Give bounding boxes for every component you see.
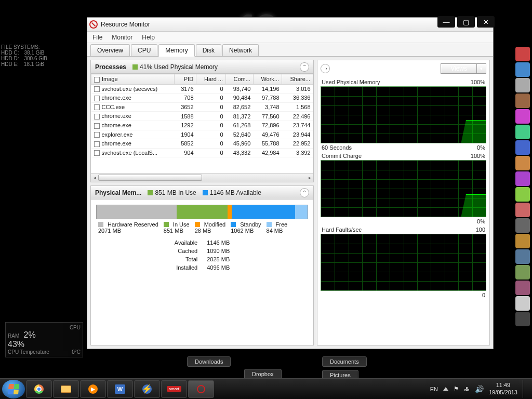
desktop-side-tiles <box>515 47 531 326</box>
side-tile[interactable] <box>515 62 530 77</box>
table-row[interactable]: svchost.exe (LocalS...904043,33242,9843,… <box>91 148 313 157</box>
processes-hscrollbar[interactable]: ◂▸ <box>91 173 313 182</box>
side-tile[interactable] <box>515 281 530 295</box>
menu-help[interactable]: Help <box>142 34 155 41</box>
memory-legend: Hardware Reserved2071 MBIn Use851 MBModi… <box>91 221 313 234</box>
graph-2: Hard Faults/sec1000 <box>321 225 486 299</box>
taskbar-explorer[interactable] <box>53 380 79 398</box>
tab-disk[interactable]: Disk <box>196 44 221 56</box>
side-tile[interactable] <box>515 140 530 155</box>
table-row[interactable]: chrome.exe708090,48497,78836,336 <box>91 94 313 103</box>
table-row[interactable]: chrome.exe1588081,37277,56022,496 <box>91 112 313 121</box>
table-row[interactable]: svchost.exe (secsvcs)3176093,74014,1963,… <box>91 84 313 94</box>
tab-overview[interactable]: Overview <box>90 44 130 56</box>
close-button[interactable]: ✕ <box>477 16 495 28</box>
tray-volume-icon[interactable]: 🔊 <box>475 385 484 393</box>
physmem-inuse: 851 MB In Use <box>155 189 196 196</box>
taskbar-app-smart[interactable]: smart <box>161 380 187 398</box>
side-tile[interactable] <box>515 249 530 264</box>
table-row[interactable]: chrome.exe1292061,26872,89623,744 <box>91 121 313 130</box>
col-header[interactable]: Hard ... <box>196 74 226 85</box>
side-tile[interactable] <box>515 296 530 311</box>
side-tile[interactable] <box>515 187 530 202</box>
side-tile[interactable] <box>515 203 530 217</box>
graph-1: Commit Charge100%0% <box>321 152 486 225</box>
window-title: Resource Monitor <box>101 21 150 28</box>
legend-item: In Use851 MB <box>164 221 190 234</box>
taskbar-app-bolt[interactable]: ⚡ <box>134 380 160 398</box>
side-tile[interactable] <box>515 234 530 248</box>
start-button[interactable] <box>2 380 25 398</box>
inuse-icon <box>148 190 153 195</box>
processes-title: Processes <box>95 63 126 71</box>
side-tile[interactable] <box>515 125 530 139</box>
tabbar: OverviewCPUMemoryDiskNetwork <box>87 43 493 57</box>
menu-file[interactable]: File <box>92 34 102 41</box>
table-row[interactable]: chrome.exe5852045,96055,78822,952 <box>91 139 313 149</box>
mem-used-icon <box>132 64 138 70</box>
show-desktop-button[interactable] <box>523 380 527 398</box>
resource-monitor-window: — ▢ ✕ Resource Monitor FileMonitorHelp O… <box>87 17 494 349</box>
tab-memory[interactable]: Memory <box>158 44 194 57</box>
col-header[interactable]: Com... <box>226 74 254 85</box>
processes-summary: 41% Used Physical Memory <box>140 63 218 71</box>
dock-documents[interactable]: Documents <box>322 356 367 367</box>
desktop-cpu-widget: CPU RAM 2% 43% CPU Temperature 0°C <box>5 322 83 357</box>
memory-stats: Available1146 MBCached1090 MBTotal2025 M… <box>91 234 313 278</box>
table-row[interactable]: explorer.exe1904052,64049,47623,944 <box>91 130 313 139</box>
col-header[interactable]: Work... <box>253 74 282 85</box>
menu-monitor[interactable]: Monitor <box>112 34 132 41</box>
tray-network-icon[interactable]: 🖧 <box>464 386 470 392</box>
desktop-filesystem-widget: FILE SYSTEMS: HDD C:38.1 GiBHDD D:300.6 … <box>1 44 47 67</box>
views-button[interactable]: Views <box>441 63 477 74</box>
side-tile[interactable] <box>515 156 530 170</box>
minimize-button[interactable]: — <box>437 16 455 28</box>
side-tile[interactable] <box>515 218 530 233</box>
dock-downloads[interactable]: Downloads <box>187 356 231 367</box>
side-tile[interactable] <box>515 78 530 92</box>
legend-item: Standby1062 MB <box>231 221 261 234</box>
dock-dropbox[interactable]: Dropbox <box>244 369 282 379</box>
maximize-button[interactable]: ▢ <box>457 16 475 28</box>
tray-language[interactable]: EN <box>430 386 438 392</box>
tray-flag-icon[interactable]: ⚑ <box>454 385 459 392</box>
taskbar-mediaplayer[interactable]: ▸ <box>80 380 106 398</box>
physmem-collapse-button[interactable]: ⌃ <box>300 188 309 197</box>
memory-usage-bar <box>96 205 308 219</box>
legend-item: Free84 MB <box>267 221 288 234</box>
processes-collapse-button[interactable]: ⌃ <box>300 62 309 72</box>
col-header[interactable]: Share... <box>282 74 313 85</box>
taskbar-word[interactable]: W <box>107 380 133 398</box>
views-dropdown-button[interactable]: ▾ <box>477 63 486 74</box>
graph-0: Used Physical Memory100%60 Seconds0% <box>321 78 486 152</box>
side-tile[interactable] <box>515 265 530 280</box>
resource-monitor-icon <box>89 20 98 29</box>
titlebar[interactable]: Resource Monitor <box>87 18 493 32</box>
taskbar-chrome[interactable] <box>26 380 52 398</box>
tab-network[interactable]: Network <box>222 44 259 56</box>
processes-table[interactable]: ImagePIDHard ...Com...Work...Share...svc… <box>91 74 313 173</box>
processes-panel: Processes 41% Used Physical Memory ⌃ Ima… <box>90 60 314 182</box>
side-tile[interactable] <box>515 109 530 124</box>
tab-cpu[interactable]: CPU <box>131 44 157 56</box>
menubar: FileMonitorHelp <box>87 32 493 43</box>
col-header[interactable]: Image <box>91 74 175 85</box>
tray-show-hidden-icon[interactable] <box>443 387 448 391</box>
side-tile[interactable] <box>515 94 530 108</box>
taskbar-resource-monitor[interactable] <box>188 380 214 398</box>
physical-memory-panel: Physical Mem... 851 MB In Use 1146 MB Av… <box>90 185 314 345</box>
physmem-avail: 1146 MB Available <box>210 189 261 196</box>
side-tile[interactable] <box>515 312 530 326</box>
tray-clock[interactable]: 11:4919/05/2013 <box>489 382 517 395</box>
available-icon <box>203 190 208 195</box>
legend-item: Hardware Reserved2071 MB <box>98 221 158 234</box>
windows-logo-icon <box>8 384 19 394</box>
legend-item: Modified28 MB <box>195 221 226 234</box>
table-row[interactable]: CCC.exe3652082,6523,7481,568 <box>91 102 313 112</box>
col-header[interactable]: PID <box>175 74 196 85</box>
graphs-panel: ⌃ Views ▾ Used Physical Memory100%60 Sec… <box>317 60 490 345</box>
side-tile[interactable] <box>515 171 530 186</box>
physmem-title: Physical Mem... <box>95 189 141 196</box>
side-tile[interactable] <box>515 47 530 61</box>
graphs-collapse-button[interactable]: ⌃ <box>321 64 330 73</box>
